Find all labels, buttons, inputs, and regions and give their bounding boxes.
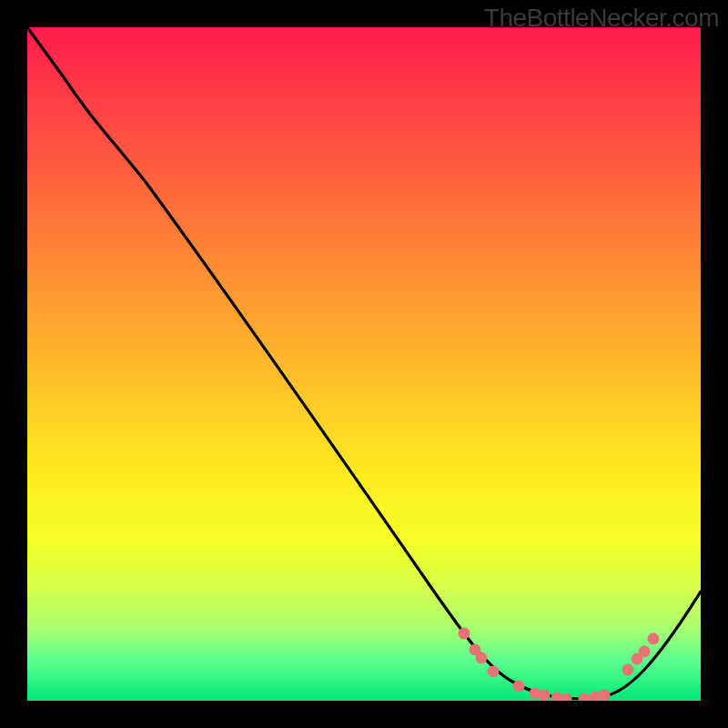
plot-area (27, 27, 701, 701)
attribution-text: TheBottleNecker.com (484, 4, 719, 33)
gradient-background (27, 27, 701, 701)
chart-frame: TheBottleNecker.com (0, 0, 728, 728)
